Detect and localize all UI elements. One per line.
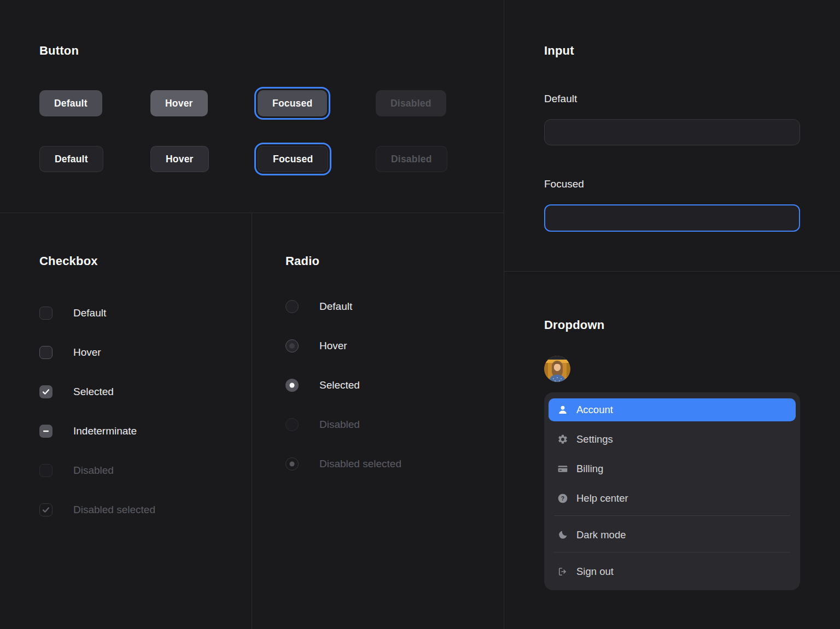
menu-item-billing[interactable]: Billing — [549, 457, 796, 480]
help-icon: ? — [557, 493, 568, 504]
checkbox-row-selected[interactable]: Selected — [39, 385, 252, 398]
button-primary-focused[interactable]: Focused — [258, 90, 327, 116]
menu-item-settings[interactable]: Settings — [549, 428, 796, 451]
checkbox-label: Disabled selected — [73, 504, 155, 516]
radio-label: Disabled selected — [319, 458, 401, 470]
radio-label: Disabled — [319, 419, 360, 431]
moon-icon — [557, 530, 568, 540]
button-row-primary: Default Hover Focused Disabled — [39, 90, 504, 116]
radio-hover[interactable] — [285, 339, 299, 352]
checkbox-disabled-selected — [39, 503, 52, 516]
checkbox-row-default[interactable]: Default — [39, 307, 252, 320]
menu-item-label: Settings — [576, 433, 613, 445]
menu-item-label: Sign out — [576, 566, 614, 578]
section-title-radio: Radio — [285, 254, 504, 269]
button-primary-hover[interactable]: Hover — [150, 90, 208, 116]
checkbox-row-hover[interactable]: Hover — [39, 346, 252, 359]
button-primary-disabled: Disabled — [376, 90, 446, 116]
radio-row-selected[interactable]: Selected — [285, 379, 504, 392]
button-section: Button Default Hover Focused Disabled De… — [0, 0, 504, 213]
radio-disabled — [285, 418, 299, 431]
gear-icon — [557, 434, 568, 445]
checkbox-row-indeterminate[interactable]: Indeterminate — [39, 425, 252, 438]
check-icon — [42, 505, 50, 514]
checkbox-selected[interactable] — [39, 385, 52, 398]
left-bottom-row: Checkbox Default Hover Selected — [0, 213, 504, 629]
radio-row-disabled-selected: Disabled selected — [285, 457, 504, 471]
text-input-default[interactable] — [544, 119, 800, 145]
checkbox-section: Checkbox Default Hover Selected — [0, 213, 252, 629]
radio-section: Radio Default Hover Selected — [252, 213, 504, 629]
checkbox-list: Default Hover Selected — [39, 307, 252, 516]
button-primary-default[interactable]: Default — [39, 90, 102, 116]
radio-disabled-selected — [285, 457, 299, 471]
left-column: Button Default Hover Focused Disabled De… — [0, 0, 504, 629]
radio-dot — [289, 343, 295, 349]
input-section: Input Default Focused — [504, 0, 840, 272]
radio-dot — [290, 462, 295, 467]
menu-item-help-center[interactable]: ? Help center — [549, 487, 796, 510]
radio-label: Default — [319, 301, 352, 313]
svg-text:?: ? — [561, 496, 564, 502]
radio-label: Hover — [319, 340, 347, 352]
user-icon — [557, 404, 568, 415]
checkbox-row-disabled: Disabled — [39, 464, 252, 477]
section-title-dropdown: Dropdown — [544, 318, 840, 333]
dropdown-menu: Account Settings Billing ? — [544, 392, 800, 590]
check-icon — [42, 387, 50, 396]
checkbox-row-disabled-selected: Disabled selected — [39, 503, 252, 516]
button-row-secondary: Default Hover Focused Disabled — [39, 146, 504, 172]
sign-out-icon — [557, 566, 568, 577]
button-secondary-focused[interactable]: Focused — [258, 146, 328, 172]
radio-list: Default Hover Selected Disabled — [285, 300, 504, 471]
text-input-focused[interactable] — [544, 204, 800, 232]
menu-divider — [554, 552, 790, 552]
checkbox-label: Default — [73, 307, 106, 319]
checkbox-indeterminate[interactable] — [39, 425, 52, 438]
radio-default[interactable] — [285, 300, 299, 313]
button-secondary-hover[interactable]: Hover — [150, 146, 209, 172]
checkbox-default[interactable] — [39, 307, 52, 320]
indeterminate-dash-icon — [42, 427, 50, 436]
radio-selected[interactable] — [285, 379, 299, 392]
checkbox-label: Indeterminate — [73, 425, 137, 437]
checkbox-label: Disabled — [73, 465, 114, 477]
input-label-default: Default — [544, 92, 840, 105]
radio-dot — [290, 383, 295, 388]
component-gallery-page: Button Default Hover Focused Disabled De… — [0, 0, 840, 629]
button-secondary-disabled: Disabled — [376, 146, 447, 172]
checkbox-label: Hover — [73, 346, 101, 358]
input-label-focused: Focused — [544, 178, 840, 191]
credit-card-icon — [557, 463, 568, 474]
menu-item-sign-out[interactable]: Sign out — [549, 560, 796, 583]
right-column: Input Default Focused Dropdown — [504, 0, 840, 629]
button-secondary-default[interactable]: Default — [39, 146, 103, 172]
radio-row-hover[interactable]: Hover — [285, 339, 504, 352]
menu-item-label: Dark mode — [576, 529, 626, 541]
radio-label: Selected — [319, 379, 360, 391]
section-title-input: Input — [544, 43, 840, 58]
menu-item-label: Account — [576, 404, 613, 416]
checkbox-label: Selected — [73, 386, 114, 398]
radio-row-default[interactable]: Default — [285, 300, 504, 313]
checkbox-disabled — [39, 464, 52, 477]
menu-item-dark-mode[interactable]: Dark mode — [549, 524, 796, 546]
radio-row-disabled: Disabled — [285, 418, 504, 431]
section-title-checkbox: Checkbox — [39, 254, 252, 269]
section-title-button: Button — [39, 43, 504, 58]
avatar[interactable] — [544, 356, 570, 382]
menu-item-account[interactable]: Account — [549, 398, 796, 421]
dropdown-section: Dropdown — [504, 272, 840, 629]
menu-item-label: Billing — [576, 463, 603, 475]
menu-item-label: Help center — [576, 492, 628, 504]
menu-divider — [554, 515, 790, 516]
checkbox-hover[interactable] — [39, 346, 52, 359]
avatar-image — [544, 356, 570, 382]
